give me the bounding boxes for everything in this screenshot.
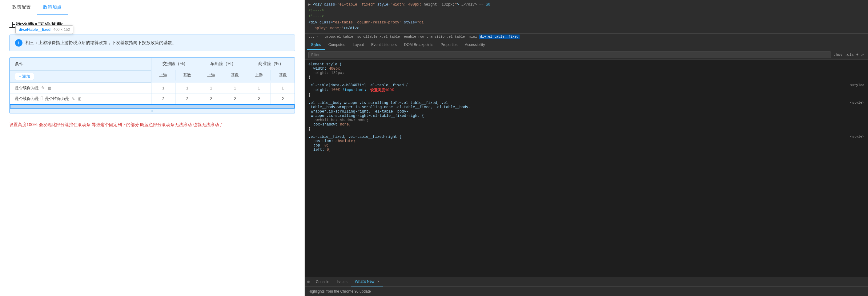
breadcrumb-path: --group.el-table--scrollable-x.el-table-… bbox=[321, 35, 479, 38]
devtools-bottom-bar: ⋮ Console Issues What's New × Highlights… bbox=[305, 277, 868, 296]
devtools-filter-bar: :hov .cls + ⤢ bbox=[305, 50, 868, 60]
row-0-val-5: 1 bbox=[271, 83, 294, 93]
tab-policy-points[interactable]: 政策加点 bbox=[37, 0, 68, 15]
devtools-tab-styles[interactable]: Styles bbox=[307, 40, 325, 50]
css-property-left: left: 0; bbox=[308, 148, 864, 152]
css-prop-value-strikethrough: 132px; bbox=[331, 71, 344, 75]
add-button[interactable]: + 添加 bbox=[15, 73, 34, 80]
row-0-val-1: 1 bbox=[176, 83, 199, 93]
css-source-4: <style> bbox=[850, 135, 864, 138]
css-val-position: absolute; bbox=[336, 139, 355, 143]
css-property-height: height: 132px; bbox=[308, 71, 864, 75]
filter-pseudo-hov[interactable]: :hov bbox=[834, 53, 842, 57]
css-property-webkit-shadow: -webkit-box-shadow: none; bbox=[308, 118, 864, 123]
row-1-condition: 是否续保为是 且 是否转保为是 ✎ 🗑 bbox=[10, 93, 151, 104]
table-row: 是否续保为是 ✎ 🗑 1 1 1 1 1 1 bbox=[10, 83, 294, 93]
group-col-jqx: 交强险（%） 上游 基数 bbox=[151, 58, 199, 83]
devtools-bottom-content: Highlights from the Chrome 96 update bbox=[305, 287, 868, 296]
css-val-height-100: 100% bbox=[331, 88, 340, 92]
css-property-box-shadow: box-shadow: none; bbox=[308, 123, 864, 127]
devtools-styles-panel: element.style { width: 400px; height: 13… bbox=[305, 60, 868, 277]
bottom-tab-whats-new[interactable]: What's New × bbox=[351, 277, 383, 287]
css-rule-el-table-fixed: <style> .el-table[data-v-b384071c] .el-t… bbox=[308, 83, 864, 97]
info-box: i 相三：上游净费指上游协税点后的结算政策，下发基数指向下投放政策的基数。 bbox=[9, 34, 295, 51]
css-rule-element-style: element.style { width: 400px; height: 13… bbox=[308, 62, 864, 80]
css-prop-name-strikethrough: height: bbox=[308, 71, 331, 75]
bottom-tab-console[interactable]: Console bbox=[312, 277, 333, 286]
css-selector-2: .el-table[data-v-b384071c] .el-table__fi… bbox=[308, 83, 408, 87]
table-body: 是否续保为是 ✎ 🗑 1 1 1 1 1 1 是否续保为是 且 是否转保为是 ✎ bbox=[10, 83, 294, 109]
css-property-position: position: absolute; bbox=[308, 139, 864, 143]
filter-input[interactable] bbox=[308, 52, 831, 58]
css-rule-box-shadow: <style> .el-table__body-wrapper.is-scrol… bbox=[308, 101, 864, 131]
css-rule-position: <style> .el-table__fixed, .el-table__fix… bbox=[308, 135, 864, 152]
html-line-1: ▶ <div class="el-table__fixed" style="wi… bbox=[308, 2, 864, 8]
edit-icon[interactable]: ✎ bbox=[71, 96, 75, 101]
delete-icon[interactable]: 🗑 bbox=[48, 85, 52, 90]
condition-label: 条件 bbox=[10, 58, 151, 71]
devtools-tab-accessibility[interactable]: Accessibility bbox=[461, 40, 489, 50]
filter-plus[interactable]: + bbox=[856, 53, 859, 57]
sub-headers-jqx: 上游 基数 bbox=[151, 70, 199, 80]
css-prop-left: left: bbox=[308, 148, 327, 152]
row-1-val-2: 2 bbox=[199, 93, 223, 104]
filter-expand-icon[interactable]: ⤢ bbox=[861, 52, 864, 57]
css-close-brace-3: } bbox=[308, 127, 311, 131]
css-prop-value: 400px; bbox=[329, 66, 342, 71]
sub-header-syx-0: 上游 bbox=[247, 70, 271, 80]
close-tab-icon[interactable]: × bbox=[377, 279, 379, 284]
row-1-val-1: 2 bbox=[176, 93, 199, 104]
css-val-box-shadow: none; bbox=[340, 123, 351, 127]
edit-icon[interactable]: ✎ bbox=[41, 85, 45, 90]
data-table: 条件 + 添加 交强险（%） 上游 基数 车船险（%） 上游 bbox=[9, 57, 295, 113]
sub-headers-cjx: 上游 基数 bbox=[199, 70, 247, 80]
tooltip-tag: div.el-table__fixed bbox=[19, 27, 51, 32]
tab-policy-config[interactable]: 政策配置 bbox=[6, 0, 37, 15]
devtools-panel: ▶ <div class="el-table__fixed" style="wi… bbox=[305, 0, 868, 296]
devtools-html-header: ▶ <div class="el-table__fixed" style="wi… bbox=[305, 0, 868, 34]
css-property-width: width: 400px; bbox=[308, 66, 864, 71]
filter-pseudo-cls[interactable]: .cls bbox=[845, 53, 854, 57]
css-prop-box-shadow: box-shadow: bbox=[308, 123, 340, 127]
devtools-tab-layout[interactable]: Layout bbox=[349, 40, 368, 50]
css-prop-position: position: bbox=[308, 139, 336, 143]
devtools-tab-dom-breakpoints[interactable]: DOM Breakpoints bbox=[400, 40, 437, 50]
css-selector-4: .el-table__fixed, .el-table__fixed-right… bbox=[308, 135, 401, 139]
row-0-condition: 是否续保为是 ✎ 🗑 bbox=[10, 83, 151, 93]
annotation-height-100: 设置高度100% bbox=[370, 87, 394, 93]
annotation-text: 设置高度100% 会发现此部分遮挡住滚动条 导致这个固定列下的部分 既蓝色部分滚… bbox=[9, 121, 295, 129]
sub-header-cjx-1: 基数 bbox=[223, 70, 247, 80]
css-selector-3c: wrapper.is-scrolling-right, .el-table__b… bbox=[308, 109, 408, 114]
row-0-condition-text: 是否续保为是 bbox=[15, 85, 39, 91]
css-val-top: 0; bbox=[324, 143, 329, 148]
tooltip-size: 400 × 152 bbox=[54, 27, 70, 32]
row-0-val-3: 1 bbox=[223, 83, 247, 93]
condition-col-header: 条件 + 添加 bbox=[10, 58, 151, 83]
devtools-tab-event-listeners[interactable]: Event Listeners bbox=[368, 40, 400, 50]
main-content: 上游净费&下发基数 div.el-table__fixed 400 × 152 … bbox=[0, 15, 304, 296]
row-1-condition-text: 是否续保为是 且 是否转保为是 bbox=[15, 96, 69, 102]
row-0-val-4: 1 bbox=[247, 83, 271, 93]
devtools-tab-properties[interactable]: Properties bbox=[437, 40, 461, 50]
css-selector: element.style { bbox=[308, 62, 342, 66]
breadcrumb-selected[interactable]: div.el-table__fixed bbox=[479, 34, 520, 39]
info-text: 相三：上游净费指上游协税点后的结算政策，下发基数指向下投放政策的基数。 bbox=[26, 40, 176, 46]
css-val-left: 0; bbox=[327, 148, 331, 152]
bottom-tab-issues[interactable]: Issues bbox=[333, 277, 351, 286]
delete-icon[interactable]: 🗑 bbox=[78, 96, 82, 101]
group-header-jqx: 交强险（%） bbox=[151, 58, 199, 70]
css-property-top: top: 0; bbox=[308, 143, 864, 148]
scrollbar-row[interactable] bbox=[10, 109, 294, 113]
group-header-syx: 商业险（%） bbox=[247, 58, 294, 70]
css-selector-3-wrap: .el-table__body-wrapper.is-scrolling-lef… bbox=[308, 101, 864, 118]
css-prop-webkit-shadow: -webkit-box-shadow: bbox=[308, 118, 358, 123]
table-row: 是否续保为是 且 是否转保为是 ✎ 🗑 2 2 2 2 2 2 bbox=[10, 93, 294, 104]
devtools-tab-bar: Styles Computed Layout Event Listeners D… bbox=[305, 40, 868, 50]
css-selector-3b: table__body-wrapper.is-scrolling-none~.e… bbox=[308, 105, 470, 109]
scrollbar-track[interactable] bbox=[151, 110, 153, 112]
css-source-2: <style> bbox=[850, 83, 864, 87]
devtools-tab-computed[interactable]: Computed bbox=[325, 40, 349, 50]
css-prop-top: top: bbox=[308, 143, 324, 148]
group-header-cjx: 车船险（%） bbox=[199, 58, 247, 70]
devtools-breadcrumb: ... › --group.el-table--scrollable-x.el-… bbox=[305, 34, 868, 40]
